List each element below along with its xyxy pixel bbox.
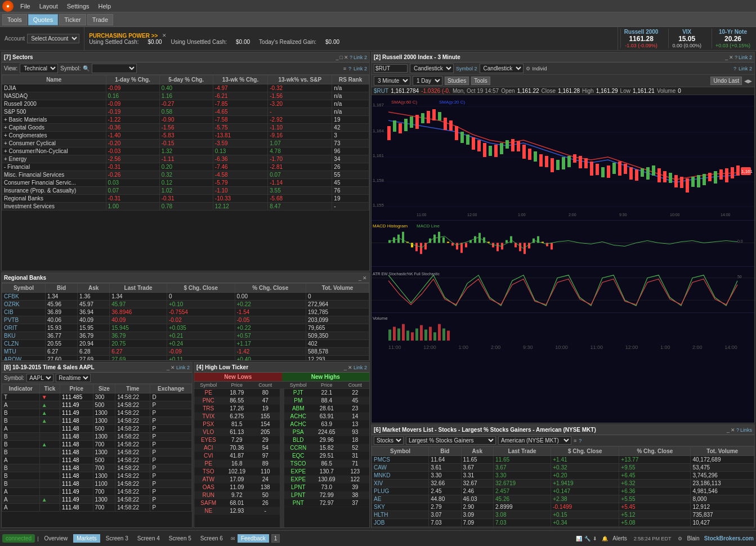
table-row[interactable]: A 111.48 700 14:58:22 P <box>2 504 192 512</box>
list-item[interactable]: PSA224.6593 <box>284 428 370 436</box>
sectors-symbol-selector[interactable] <box>92 64 137 73</box>
table-row[interactable]: PMCS 11.64 11.65 11.65 +1.41 +13.77 40,1… <box>372 456 754 464</box>
table-row[interactable]: + Basic Materials -1.22 -0.90 -7.58 -2.9… <box>2 116 369 124</box>
table-row[interactable]: A 111.48 500 14:58:22 P <box>2 425 192 433</box>
mv-col-bid[interactable]: Bid <box>429 447 461 456</box>
chart-type2-selector[interactable]: Candlestick <box>480 64 524 73</box>
list-item[interactable]: OAS11.09138 <box>194 484 280 491</box>
table-row[interactable]: + Consumer/Non-Cyclical -0.03 1.32 0.13 … <box>2 147 369 155</box>
table-row[interactable]: B ▲ 111.48 1300 14:58:22 P <box>2 417 192 425</box>
table-row[interactable]: Regional Banks -0.31 -0.31 -10.33 -5.68 … <box>2 195 369 203</box>
mv-help-icon[interactable]: ? <box>736 427 739 433</box>
hl-close-icon[interactable]: ✕ <box>348 365 352 370</box>
menu-settings[interactable]: Settings <box>65 3 92 10</box>
table-row[interactable]: B ▲ 111.48 700 14:58:22 P <box>2 441 192 449</box>
list-item[interactable]: LPNT72.9938 <box>284 491 370 499</box>
tab-screen5[interactable]: Screen 5 <box>165 534 195 543</box>
list-item[interactable]: EYES7.2929 <box>194 436 280 444</box>
table-row[interactable]: A ▲ 111.49 500 14:58:22 P <box>2 401 192 409</box>
chart-type-selector[interactable]: Candlestick <box>410 64 454 73</box>
col-5d[interactable]: 5-day % Chg. <box>159 75 213 84</box>
col-1d[interactable]: 1-day % Chg. <box>106 75 159 84</box>
list-item[interactable]: PM88.445 <box>284 397 370 405</box>
table-row[interactable]: AROW 27.60 27.69 27.69 +0.11 +0.40 12,29… <box>2 356 369 361</box>
ts-col-ind[interactable]: Indicator <box>2 384 40 393</box>
table-row[interactable]: Investment Services 1.00 0.78 12.12 8.47… <box>2 203 369 211</box>
list-item[interactable]: CCRN15.8252 <box>284 444 370 452</box>
chart-link2-icon[interactable]: Link 2 <box>739 66 752 71</box>
list-item[interactable]: EXPE130.7123 <box>284 468 370 476</box>
ts-link-icon[interactable]: Link 2 <box>176 365 190 370</box>
sectors-scroll-icon[interactable]: ≡ <box>343 66 346 71</box>
list-item[interactable]: EQC29.5131 <box>284 452 370 460</box>
download-icon[interactable]: ⬇ <box>593 536 597 541</box>
symbol-search-icon[interactable]: 🔍 <box>83 65 90 71</box>
mv-col-vol[interactable]: Tot. Volume <box>691 447 754 456</box>
mv-close-icon[interactable]: ✕ <box>731 427 735 433</box>
movers-help-icon[interactable]: ? <box>579 438 581 444</box>
table-row[interactable]: B 111.48 1300 14:58:22 P <box>2 449 192 457</box>
tab-overview[interactable]: Overview <box>41 534 71 543</box>
table-row[interactable]: Misc. Financial Services -0.26 0.32 -4.5… <box>2 171 369 179</box>
table-row[interactable]: B 111.48 1100 14:58:22 P <box>2 480 192 488</box>
col-13wksp[interactable]: 13-wk% vs. S&P <box>268 75 332 84</box>
movers-table-wrapper[interactable]: Symbol Bid Ask Last Trade $ Chg. Close %… <box>372 446 754 527</box>
menu-help[interactable]: Help <box>96 3 114 10</box>
chart-minimize-icon[interactable]: _ <box>725 55 728 60</box>
col-rs[interactable]: RS Rank <box>332 75 369 84</box>
mv-col-sym[interactable]: Symbol <box>372 447 429 456</box>
menu-layout[interactable]: Layout <box>37 3 60 10</box>
ts-col-price[interactable]: Price <box>60 384 93 393</box>
notifications-badge[interactable]: 1 <box>271 534 280 543</box>
mv-links-btn[interactable]: Links <box>740 427 752 433</box>
table-row[interactable]: SKY 2.79 2.90 2.8999 -0.1499 +5.45 12,91… <box>372 503 754 511</box>
sl-col-sym[interactable]: Symbol <box>2 284 46 293</box>
mv-col-dchg[interactable]: $ Chg. Close <box>551 447 619 456</box>
minimize-icon[interactable]: _ <box>336 55 339 60</box>
sectors-link-icon[interactable]: Link 2 <box>354 66 367 71</box>
table-row[interactable]: DJIA -0.09 0.40 -4.97 -0.32 n/a <box>2 84 369 92</box>
table-row[interactable]: B 111.48 1300 14:58:22 P <box>2 472 192 480</box>
table-row[interactable]: NASDAQ 0.16 1.16 -6.21 -1.56 n/a <box>2 92 369 100</box>
list-item[interactable]: VLO61.13205 <box>194 428 280 436</box>
chart-period-selector[interactable]: 1 Day <box>413 76 442 86</box>
trade-button[interactable]: Trade <box>87 14 113 25</box>
col-name[interactable]: Name <box>2 75 106 84</box>
time-sales-table-wrapper[interactable]: Indicator Tick Price Size Time Exchange … <box>2 384 192 527</box>
sl-col-dchg[interactable]: $ Chg. Close <box>167 284 235 293</box>
table-row[interactable]: CLZN 20.55 20.94 20.75 +0.24 +1.17 402 <box>2 340 369 348</box>
index-vix-name[interactable]: VIX <box>682 29 691 35</box>
tab-screen6[interactable]: Screen 6 <box>197 534 226 543</box>
table-row[interactable]: Russell 2000 -0.09 -0.27 -7.85 -3.20 n/a <box>2 100 369 108</box>
table-row[interactable]: + Consumer Cyclical -0.20 -0.15 -3.59 1.… <box>2 140 369 147</box>
list-item[interactable]: RUN9.7250 <box>194 491 280 499</box>
table-row[interactable]: Insurance (Prop. & Casualty) 0.07 1.02 -… <box>2 187 369 195</box>
movers-filter-selector[interactable]: Largest % Stocks Gainers <box>406 436 496 445</box>
ts-close-icon[interactable]: ✕ <box>171 365 175 370</box>
table-row[interactable]: CFBK 1.34 1.36 1.34 0 0.00 0 <box>2 293 369 301</box>
table-row[interactable]: B ▲ 111.49 1300 14:58:22 P <box>2 409 192 417</box>
list-item[interactable]: PJT22.122 <box>284 389 370 397</box>
account-selector[interactable]: Select Account <box>27 34 79 43</box>
ts-symbol-selector[interactable]: AAPL <box>26 374 53 382</box>
list-item[interactable]: PE18.7980 <box>194 389 280 397</box>
stock-list-table-wrapper[interactable]: Symbol Bid Ask Last Trade $ Chg. Close %… <box>2 283 369 360</box>
chart-settings-icon[interactable]: ⚙ <box>526 66 530 71</box>
table-row[interactable]: A ▲ 111.49 1300 14:58:22 P <box>2 496 192 504</box>
table-row[interactable]: JOB 7.03 7.09 7.03 +0.34 +5.08 10,427 <box>372 519 754 527</box>
chart-nav-icon[interactable]: ◀▶ <box>744 78 752 84</box>
list-item[interactable]: ACI70.3654 <box>194 444 280 452</box>
list-item[interactable]: PNT72.9737 <box>284 499 370 507</box>
table-row[interactable]: A 111.48 500 14:58:22 P <box>2 457 192 464</box>
chart-timeframe-selector[interactable]: 3 Minute <box>374 76 410 86</box>
list-item[interactable]: ACHC63.913 <box>284 420 370 428</box>
ts-col-exch[interactable]: Exchange <box>150 384 192 393</box>
table-row[interactable]: ORIT 15.93 15.95 15.945 +0.035 +0.22 79,… <box>2 324 369 332</box>
ticker-button[interactable]: Ticker <box>59 14 86 25</box>
chart-link-icon[interactable]: Link 2 <box>739 55 752 60</box>
list-item[interactable]: PE16.889 <box>194 460 280 468</box>
table-row[interactable]: BKU 36.77 36.79 36.79 +0.21 +0.57 509,35… <box>2 332 369 340</box>
table-row[interactable]: T ▼ 111.485 300 14:58:22 D <box>2 393 192 401</box>
list-item[interactable]: TRS17.2619 <box>194 405 280 413</box>
list-item[interactable]: EXPE130.69122 <box>284 476 370 484</box>
